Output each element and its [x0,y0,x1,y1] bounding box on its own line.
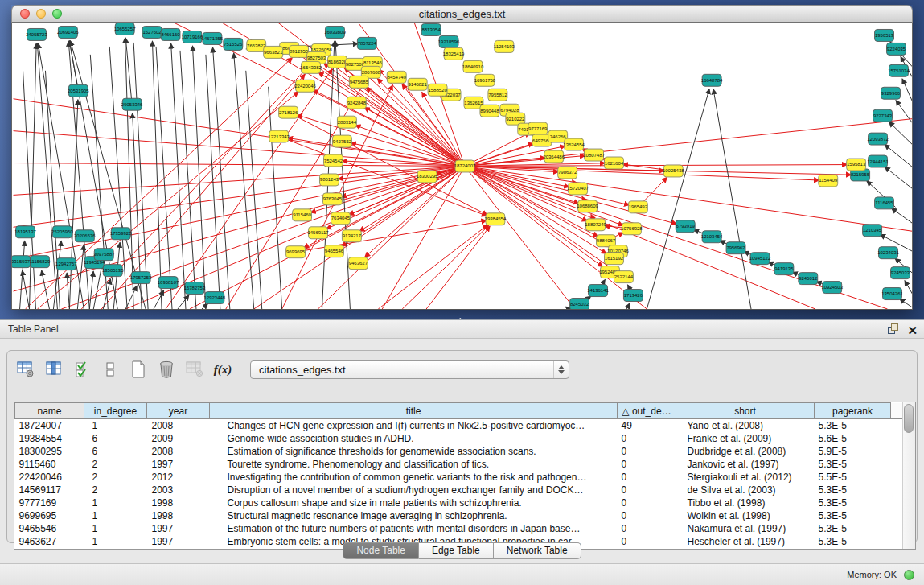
table-cell[interactable]: Disruption of a novel member of a sodium… [210,484,618,496]
graph-node[interactable]: 8990448 [480,105,499,117]
table-cell[interactable]: 5.3E-5 [815,496,891,509]
function-builder-icon[interactable]: f(x) [212,359,233,380]
graph-node[interactable]: 10234031 [877,247,899,259]
graph-node[interactable]: 2522144 [614,271,633,283]
table-cell[interactable]: 9777169 [15,496,84,509]
close-panel-icon[interactable]: ✕ [907,324,918,337]
graph-node[interactable]: 16033809 [324,26,346,38]
graph-node[interactable]: 9419135 [774,263,794,275]
table-cell[interactable]: Nakamura et al. (1997) [676,522,815,535]
graph-node[interactable]: 10025438 [663,165,684,177]
graph-node[interactable]: 8912955 [290,45,309,57]
table-settings-icon[interactable] [15,359,36,380]
graph-node[interactable]: 9227343 [873,109,893,122]
graph-node[interactable]: 9763045 [322,193,342,205]
graph-node[interactable]: 11254193 [494,40,515,52]
graph-node[interactable]: 15751074 [888,64,910,76]
graph-node[interactable]: 14569117 [307,227,329,239]
graph-node[interactable]: 12103454 [701,231,723,243]
table-row[interactable]: 911546021997Tourette syndrome. Phenomeno… [15,458,905,471]
graph-node[interactable]: 9465546 [324,245,343,257]
table-cell[interactable]: 9465546 [15,522,84,535]
graph-node[interactable]: 8245032 [570,299,589,309]
graph-node[interactable]: 12942757 [55,258,77,270]
graph-node[interactable]: 30975887 [93,249,115,261]
close-window-button[interactable] [20,9,30,19]
graph-node[interactable]: 15720407 [567,183,589,195]
table-cell[interactable]: 0 [618,458,676,471]
table-cell[interactable]: 0 [618,484,676,496]
graph-node[interactable]: 7634045 [331,212,350,225]
graph-node[interactable]: 9242848 [347,97,366,109]
table-cell[interactable]: Tibbo et al. (1998) [676,496,815,509]
graph-node[interactable]: 1595813 [847,159,866,171]
table-cell[interactable]: 1 [84,419,147,433]
column-header-year[interactable]: year [147,403,210,419]
table-cell[interactable]: Jankovic et al. (1997) [676,458,815,471]
table-cell[interactable]: 0 [618,471,676,484]
table-cell[interactable]: 5.3E-5 [815,509,891,522]
graph-node[interactable]: 18640910 [462,60,484,72]
table-cell[interactable]: Yano et al. (2008) [676,419,815,433]
table-cell[interactable]: 2009 [147,432,210,445]
graph-node[interactable]: 10924503 [821,282,843,294]
graph-node[interactable]: 16543382 [300,61,322,73]
table-cell[interactable]: 9115460 [15,458,84,471]
table-cell[interactable]: Estimation of the future numbers of pati… [210,522,618,535]
import-table-disabled-icon[interactable] [184,359,205,380]
graph-node[interactable]: 12923448 [204,292,226,304]
graph-node[interactable]: 10655257 [114,23,136,35]
graph-node[interactable]: 7857224 [357,37,376,49]
graph-node[interactable]: 9245012 [799,273,818,285]
table-select-dropdown[interactable]: citations_edges.txt [250,360,569,379]
clear-checks-icon[interactable] [100,359,121,380]
show-columns-icon[interactable] [43,359,64,380]
table-cell[interactable]: 19384554 [15,432,84,445]
table-cell[interactable]: 9699695 [15,509,84,522]
graph-node[interactable]: 9699695 [286,246,306,258]
graph-node[interactable]: 1713426 [623,290,643,302]
graph-node[interactable]: 20364486 [543,150,565,163]
table-cell[interactable]: 5.3E-5 [815,458,891,471]
table-cell[interactable]: Investigating the contribution of common… [210,471,618,484]
graph-node[interactable]: 13624554 [563,138,585,150]
table-cell[interactable]: 2008 [147,419,210,433]
table-cell[interactable]: 18300295 [15,445,84,458]
graph-node[interactable]: 7524542 [323,154,343,167]
graph-node[interactable]: 8454749 [387,71,406,83]
graph-node[interactable]: 9329966 [881,87,901,99]
table-cell[interactable]: 18724007 [15,419,84,433]
graph-node[interactable]: 20691406 [57,26,79,38]
table-row[interactable]: 1938455462009Genome-wide association stu… [15,432,905,445]
table-cell[interactable]: 14569117 [15,484,84,496]
window-titlebar[interactable]: citations_edges.txt [11,5,913,23]
table-cell[interactable]: 5.3E-5 [815,522,891,535]
table-cell[interactable]: 5.6E-5 [815,432,891,445]
graph-node[interactable]: 2803144 [337,116,356,128]
graph-node[interactable]: 14136141 [587,285,609,297]
table-row[interactable]: 1830029562008Estimation of significance … [15,445,905,458]
graph-node[interactable]: 1210345 [863,225,882,237]
graph-node[interactable]: 1154409 [819,175,838,187]
graph-node[interactable]: 10756928 [621,223,643,235]
graph-node[interactable]: 7955812 [488,89,507,101]
table-cell[interactable]: 5.3E-5 [815,419,891,433]
graph-node[interactable]: 9475685 [349,76,368,88]
table-cell[interactable]: 1997 [147,458,210,471]
graph-node[interactable]: 19218596 [438,35,460,47]
graph-node[interactable]: 7515526 [224,38,243,50]
table-cell[interactable]: 2 [84,471,147,484]
graph-node[interactable]: 1588520 [428,84,447,96]
graph-node[interactable]: 12444151 [867,155,889,167]
table-cell[interactable]: 0 [618,509,676,522]
scrollbar-thumb[interactable] [904,404,914,433]
minimize-window-button[interactable] [36,9,46,19]
table-cell[interactable]: Franke et al. (2009) [676,432,815,445]
graph-node[interactable]: 9146821 [408,78,427,90]
table-cell[interactable]: 2 [84,458,147,471]
graph-node[interactable]: 9463627 [348,257,368,270]
graph-node[interactable]: 9224035 [887,43,906,55]
tab-network-table[interactable]: Network Table [494,542,581,559]
vertical-scrollbar[interactable] [902,402,915,549]
graph-node[interactable]: 25205950 [51,226,73,238]
